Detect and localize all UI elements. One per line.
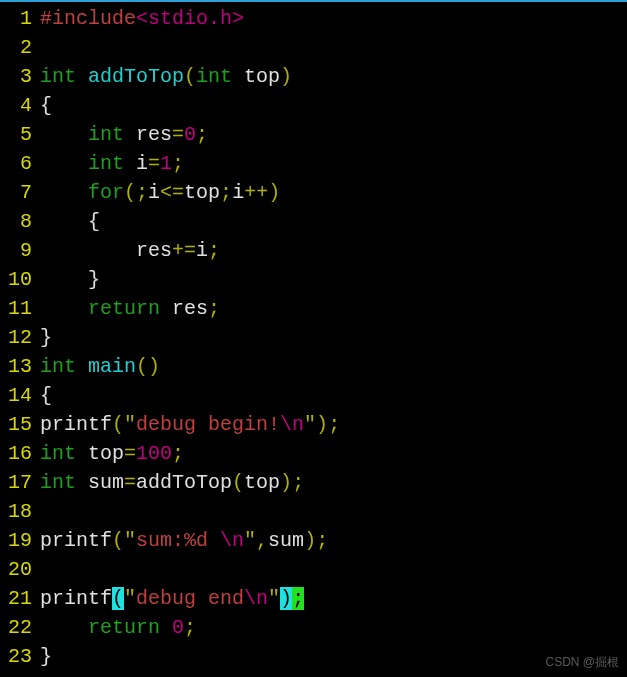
comma: , <box>256 529 268 552</box>
code-line[interactable]: { <box>40 381 627 410</box>
code-line[interactable]: int top=100; <box>40 439 627 468</box>
line-number: 22 <box>0 613 32 642</box>
keyword-token: return <box>88 297 160 320</box>
line-number: 7 <box>0 178 32 207</box>
func-name: main <box>88 355 136 378</box>
code-line[interactable] <box>40 33 627 62</box>
brace: { <box>40 94 52 117</box>
code-editor[interactable]: 1 2 3 4 5 6 7 8 9 10 11 12 13 14 15 16 1… <box>0 2 627 671</box>
paren: ) <box>304 529 316 552</box>
string: debug begin! <box>136 413 280 436</box>
code-line[interactable]: printf("debug begin!\n"); <box>40 410 627 439</box>
func-call: printf <box>40 587 112 610</box>
keyword-token: for <box>88 181 124 204</box>
semi: ; <box>172 442 184 465</box>
semi: ; <box>328 413 340 436</box>
brace: { <box>88 210 100 233</box>
func-call: addToTop <box>136 471 232 494</box>
code-line[interactable]: int sum=addToTop(top); <box>40 468 627 497</box>
paren: ) <box>148 355 160 378</box>
op: <= <box>160 181 184 204</box>
ident: sum <box>88 471 124 494</box>
brace: } <box>40 326 52 349</box>
op: = <box>124 442 136 465</box>
line-number: 10 <box>0 265 32 294</box>
line-number: 16 <box>0 439 32 468</box>
keyword-token: int <box>40 471 76 494</box>
line-number: 20 <box>0 555 32 584</box>
code-area[interactable]: #include<stdio.h> int addToTop(int top) … <box>40 4 627 671</box>
code-line[interactable]: int addToTop(int top) <box>40 62 627 91</box>
quote: " <box>124 413 136 436</box>
op: ++ <box>244 181 268 204</box>
keyword-token: int <box>196 65 232 88</box>
code-line[interactable]: } <box>40 323 627 352</box>
code-line[interactable]: printf("sum:%d \n",sum); <box>40 526 627 555</box>
ident: i <box>196 239 208 262</box>
line-number: 21 <box>0 584 32 613</box>
ident: top <box>88 442 124 465</box>
paren: ( <box>184 65 196 88</box>
paren: ) <box>280 65 292 88</box>
keyword-token: int <box>88 123 124 146</box>
code-line[interactable]: } <box>40 265 627 294</box>
code-line[interactable]: #include<stdio.h> <box>40 4 627 33</box>
cursor-block: ; <box>292 587 304 610</box>
paren: ( <box>136 355 148 378</box>
semi: ; <box>184 616 196 639</box>
line-number-gutter: 1 2 3 4 5 6 7 8 9 10 11 12 13 14 15 16 1… <box>0 4 40 671</box>
code-line[interactable]: { <box>40 207 627 236</box>
string: sum:%d <box>136 529 220 552</box>
code-line[interactable]: int i=1; <box>40 149 627 178</box>
line-number: 11 <box>0 294 32 323</box>
semi: ; <box>220 181 232 204</box>
number: 1 <box>160 152 172 175</box>
line-number: 4 <box>0 91 32 120</box>
paren: ) <box>316 413 328 436</box>
ident: i <box>148 181 160 204</box>
func-call: printf <box>40 529 112 552</box>
paren: ) <box>268 181 280 204</box>
code-line[interactable]: for(;i<=top;i++) <box>40 178 627 207</box>
code-line[interactable] <box>40 555 627 584</box>
ident: res <box>136 123 172 146</box>
keyword-token: int <box>88 152 124 175</box>
semi: ; <box>316 529 328 552</box>
code-line[interactable]: { <box>40 91 627 120</box>
escape: \n <box>244 587 268 610</box>
semi: ; <box>208 297 220 320</box>
code-line[interactable]: } <box>40 642 627 671</box>
op: = <box>124 471 136 494</box>
preproc-token: #include <box>40 7 136 30</box>
string: debug end <box>136 587 244 610</box>
keyword-token: return <box>88 616 160 639</box>
quote: " <box>304 413 316 436</box>
line-number: 2 <box>0 33 32 62</box>
line-number: 12 <box>0 323 32 352</box>
paren: ( <box>112 529 124 552</box>
code-line[interactable]: return 0; <box>40 613 627 642</box>
keyword-token: int <box>40 65 76 88</box>
line-number: 1 <box>0 4 32 33</box>
ident: i <box>136 152 148 175</box>
keyword-token: int <box>40 355 76 378</box>
code-line[interactable]: res+=i; <box>40 236 627 265</box>
code-line[interactable]: printf("debug end\n"); <box>40 584 627 613</box>
code-line[interactable]: return res; <box>40 294 627 323</box>
code-line[interactable]: int res=0; <box>40 120 627 149</box>
paren: ) <box>280 471 292 494</box>
line-number: 18 <box>0 497 32 526</box>
code-line[interactable] <box>40 497 627 526</box>
semi: ; <box>196 123 208 146</box>
line-number: 23 <box>0 642 32 671</box>
brace: { <box>40 384 52 407</box>
code-line[interactable]: int main() <box>40 352 627 381</box>
op: = <box>148 152 160 175</box>
escape: \n <box>220 529 244 552</box>
quote: " <box>244 529 256 552</box>
highlighted-paren: ( <box>112 587 124 610</box>
semi: ; <box>172 152 184 175</box>
line-number: 15 <box>0 410 32 439</box>
quote: " <box>124 529 136 552</box>
semi: ; <box>208 239 220 262</box>
